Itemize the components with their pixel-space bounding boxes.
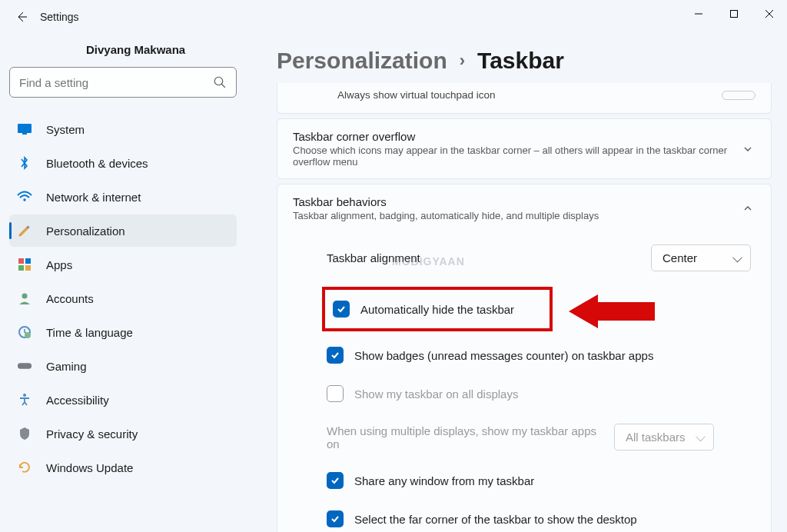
sidebar-item-label: System bbox=[46, 123, 85, 136]
sidebar-item-privacy[interactable]: Privacy & security bbox=[9, 417, 237, 450]
share-label: Share any window from my taskbar bbox=[354, 474, 534, 487]
svg-rect-1 bbox=[731, 11, 738, 18]
sidebar-item-accessibility[interactable]: Accessibility bbox=[9, 384, 237, 416]
sidebar-item-label: Accounts bbox=[46, 292, 94, 305]
sidebar-item-time[interactable]: Time & language bbox=[9, 316, 237, 348]
search-icon bbox=[213, 75, 227, 89]
desktop-corner-checkbox[interactable] bbox=[327, 510, 344, 527]
auto-hide-label: Automatically hide the taskbar bbox=[360, 303, 514, 316]
sidebar-item-network[interactable]: Network & internet bbox=[9, 181, 237, 213]
svg-rect-17 bbox=[18, 363, 32, 368]
system-icon bbox=[17, 121, 32, 137]
sidebar-item-label: Gaming bbox=[46, 360, 87, 373]
sidebar-item-label: Privacy & security bbox=[46, 427, 138, 441]
svg-point-16 bbox=[25, 332, 31, 338]
sidebar-item-label: Windows Update bbox=[46, 461, 133, 474]
svg-rect-13 bbox=[25, 265, 31, 271]
svg-rect-12 bbox=[18, 265, 24, 271]
highlight-box: Automatically hide the taskbar bbox=[322, 287, 553, 331]
personalization-icon bbox=[17, 223, 32, 238]
time-icon bbox=[17, 324, 32, 340]
sidebar-item-update[interactable]: Windows Update bbox=[9, 451, 237, 484]
svg-point-18 bbox=[23, 394, 26, 397]
back-button[interactable] bbox=[6, 2, 37, 32]
chevron-up-icon bbox=[740, 201, 755, 216]
breadcrumb-current: Taskbar bbox=[477, 48, 564, 74]
multi-display-label: When using multiple displays, show my ta… bbox=[327, 424, 603, 451]
all-displays-checkbox[interactable] bbox=[327, 385, 344, 402]
sidebar-item-label: Bluetooth & devices bbox=[46, 157, 148, 170]
share-checkbox[interactable] bbox=[327, 472, 344, 489]
badges-checkbox[interactable] bbox=[327, 347, 344, 364]
minimize-button[interactable] bbox=[681, 0, 716, 28]
app-title: Settings bbox=[40, 11, 79, 23]
alignment-select[interactable]: Center bbox=[651, 244, 751, 271]
sidebar-item-label: Network & internet bbox=[46, 191, 141, 204]
multi-display-select: All taskbars bbox=[614, 424, 714, 451]
sidebar-item-apps[interactable]: Apps bbox=[9, 248, 237, 281]
chevron-right-icon: › bbox=[460, 51, 465, 71]
sidebar-item-label: Apps bbox=[46, 258, 72, 271]
sidebar-item-gaming[interactable]: Gaming bbox=[9, 350, 237, 382]
behaviors-card: Taskbar behaviors Taskbar alignment, bad… bbox=[277, 184, 772, 532]
breadcrumb: Personalization › Taskbar bbox=[277, 48, 772, 74]
chevron-down-icon bbox=[740, 141, 755, 157]
sidebar-item-label: Time & language bbox=[46, 326, 133, 339]
maximize-button[interactable] bbox=[716, 0, 752, 28]
svg-line-5 bbox=[221, 84, 225, 88]
touchpad-row[interactable]: Always show virtual touchpad icon bbox=[277, 83, 772, 114]
update-icon bbox=[17, 460, 32, 475]
close-button[interactable] bbox=[752, 0, 787, 28]
sidebar-item-system[interactable]: System bbox=[9, 113, 237, 145]
bluetooth-icon bbox=[17, 155, 32, 171]
user-name: Divyang Makwana bbox=[9, 34, 237, 67]
sidebar-item-accounts[interactable]: Accounts bbox=[9, 282, 237, 314]
overflow-card[interactable]: Taskbar corner overflow Choose which ico… bbox=[277, 118, 772, 179]
auto-hide-checkbox[interactable] bbox=[333, 301, 350, 318]
accessibility-icon bbox=[17, 392, 32, 407]
toggle-off-partial[interactable] bbox=[722, 91, 755, 100]
svg-point-8 bbox=[23, 198, 25, 201]
alignment-label: Taskbar alignment bbox=[327, 251, 640, 264]
badges-label: Show badges (unread messages counter) on… bbox=[354, 349, 653, 362]
all-displays-label: Show my taskbar on all displays bbox=[354, 387, 518, 401]
sidebar-item-bluetooth[interactable]: Bluetooth & devices bbox=[9, 147, 237, 179]
accounts-icon bbox=[17, 291, 32, 306]
svg-point-14 bbox=[22, 294, 28, 299]
apps-icon bbox=[17, 257, 32, 272]
svg-rect-7 bbox=[22, 133, 27, 135]
sidebar-item-personalization[interactable]: Personalization bbox=[9, 214, 237, 247]
svg-rect-10 bbox=[18, 258, 24, 264]
svg-rect-11 bbox=[25, 258, 31, 264]
wifi-icon bbox=[17, 189, 32, 204]
privacy-icon bbox=[17, 426, 32, 441]
sidebar-item-label: Accessibility bbox=[46, 394, 109, 407]
behaviors-header[interactable]: Taskbar behaviors Taskbar alignment, bad… bbox=[277, 185, 771, 232]
desktop-corner-label: Select the far corner of the taskbar to … bbox=[354, 513, 637, 526]
search-box[interactable] bbox=[9, 67, 237, 98]
breadcrumb-parent[interactable]: Personalization bbox=[277, 48, 447, 74]
svg-rect-6 bbox=[18, 124, 32, 133]
gaming-icon bbox=[17, 358, 32, 374]
sidebar-item-label: Personalization bbox=[46, 224, 125, 238]
search-input[interactable] bbox=[19, 76, 213, 89]
svg-point-4 bbox=[214, 77, 223, 85]
